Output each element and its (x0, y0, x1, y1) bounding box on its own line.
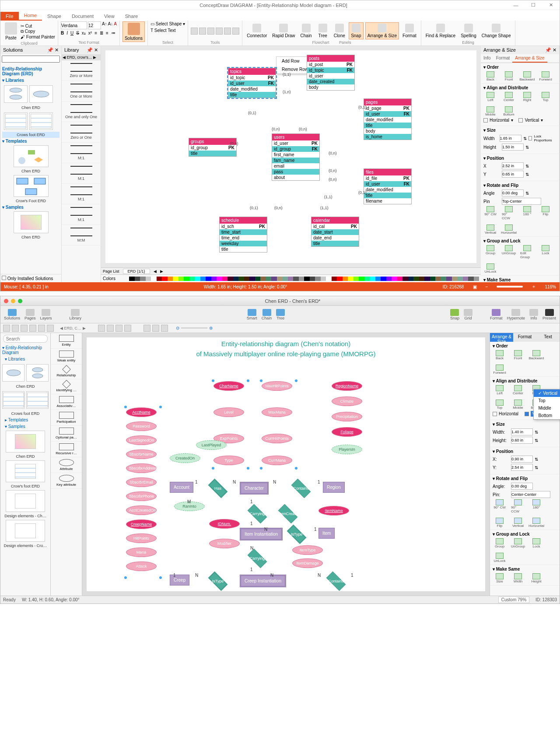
spelling-button[interactable]: Spelling (459, 23, 478, 39)
find-replace-button[interactable]: Find & Replace (424, 23, 457, 39)
thumb-de-crow[interactable] (6, 520, 45, 542)
ellipse-tool[interactable] (29, 325, 36, 332)
rotate-tool[interactable] (124, 325, 131, 332)
rotate-ccw-button[interactable]: 90° CCW (502, 206, 516, 220)
library-item[interactable]: Participation (51, 410, 82, 426)
close-button[interactable] (4, 299, 8, 303)
color-swatch[interactable] (195, 277, 200, 281)
chain-button[interactable]: Chain (299, 23, 314, 39)
strikethrough-button[interactable]: S (76, 31, 79, 35)
rp-align-head[interactable]: ▾ Align and Distribute (483, 85, 556, 90)
height-input[interactable] (511, 437, 533, 444)
attribute[interactable]: Password (126, 421, 157, 431)
cut-button[interactable]: ✂ Cut (21, 24, 55, 28)
relationship-carrying[interactable]: Carrying (244, 507, 270, 520)
relationship-istype2[interactable]: IsType (205, 575, 231, 588)
color-swatch[interactable] (381, 277, 386, 281)
color-swatch[interactable] (200, 277, 206, 281)
zoom-out-icon[interactable]: ⊖ (176, 326, 179, 330)
color-swatch[interactable] (288, 277, 294, 281)
selection-handle[interactable] (159, 576, 162, 579)
table-row[interactable]: title (364, 123, 411, 128)
table-row[interactable]: date_modified (228, 86, 276, 92)
color-swatch[interactable] (474, 277, 480, 281)
attribute[interactable]: HitPoints (126, 533, 157, 543)
color-swatch[interactable] (419, 277, 425, 281)
attribute[interactable]: CurrHitPoints (262, 434, 292, 443)
attribute[interactable]: AcctCreatedOn (126, 505, 157, 515)
table-row[interactable]: id_postPK (307, 62, 354, 67)
color-swatch[interactable] (452, 277, 458, 281)
tb-layers[interactable]: Layers (40, 309, 52, 320)
thumb-de-chen[interactable] (6, 490, 45, 512)
library-item[interactable]: M:1 (62, 204, 101, 225)
rot-cw[interactable]: 90° CW (493, 499, 507, 513)
flip-horiz-button[interactable]: Horizontal (502, 224, 516, 235)
table-row[interactable]: body (307, 84, 354, 90)
entity-creep[interactable]: Creep (170, 575, 189, 586)
tb-present[interactable]: Present (542, 309, 556, 320)
pin-icon[interactable]: 📌 ✕ (47, 47, 59, 53)
attribute[interactable]: ItemType (292, 545, 323, 555)
table-row[interactable]: title (228, 92, 276, 98)
fit-icon[interactable]: ▣ (473, 284, 477, 289)
page-nav-next[interactable]: ▶ (160, 269, 163, 274)
color-swatch[interactable] (189, 277, 195, 281)
pin-icon[interactable]: 📌 ✕ (87, 47, 98, 53)
color-swatch[interactable] (424, 277, 430, 281)
connector-button[interactable]: Connector (245, 23, 269, 39)
er-table-pages[interactable]: pagesid_pagePKid_userFKdate_modifiedtitl… (364, 98, 412, 140)
flip-vert-button[interactable]: Vertical (483, 224, 497, 235)
rp-rotate-head[interactable]: ▾ Rotate and Flip (493, 476, 557, 481)
table-row[interactable]: time_start (220, 229, 267, 235)
library-item[interactable]: Identifying … (51, 379, 82, 394)
color-swatch[interactable] (463, 277, 469, 281)
rp-group-head[interactable]: ▾ Group and Lock (493, 532, 557, 537)
color-swatch[interactable] (244, 277, 250, 281)
selection-handle[interactable] (260, 467, 262, 470)
relationship-has[interactable]: Has (205, 482, 231, 495)
unlock-button[interactable]: UnLock (483, 263, 497, 274)
angle-input[interactable] (511, 483, 533, 490)
format-painter-button[interactable]: 🖌 Format Painter (21, 35, 55, 39)
color-swatch[interactable] (173, 277, 178, 281)
table-row[interactable]: id_userFK (228, 81, 276, 86)
canvas[interactable]: Entity-relationship diagram (Chen's nota… (87, 337, 485, 591)
color-swatch[interactable] (178, 277, 184, 281)
ungroup-tool[interactable] (107, 325, 114, 332)
color-swatch[interactable] (293, 277, 299, 281)
page-nav-prev[interactable]: ◀ (154, 269, 157, 274)
solutions-search[interactable] (3, 335, 48, 343)
selection-handle[interactable] (247, 379, 249, 382)
rapid-draw-button[interactable]: Rapid Draw (270, 23, 297, 39)
order-forward-button[interactable]: Forward (539, 71, 553, 81)
tree-templates[interactable]: ▸ Templates (0, 417, 50, 423)
zoom-button[interactable] (18, 299, 22, 303)
tb-solutions[interactable]: Solutions (4, 309, 20, 320)
dist-horiz-check[interactable] (483, 118, 488, 123)
select-text-button[interactable]: T Select Text (150, 28, 175, 33)
rp-tab-format[interactable]: Format (494, 54, 513, 63)
color-swatch[interactable] (435, 277, 441, 281)
pin-select[interactable] (511, 491, 550, 498)
attribute[interactable]: Precipitation (332, 412, 362, 421)
color-swatch[interactable] (162, 277, 168, 281)
rp-size-head[interactable]: ▾ Size (493, 422, 557, 427)
library-item[interactable]: Key attribute (51, 473, 82, 489)
attribute[interactable]: Level (214, 407, 244, 417)
relationship-contains2[interactable]: Contains (323, 575, 349, 588)
al-top[interactable]: Top (493, 400, 507, 410)
table-row[interactable]: first_name (272, 152, 319, 158)
rp-tab-arrange[interactable]: Arrange & Size (490, 333, 513, 342)
color-swatch[interactable] (430, 277, 436, 281)
color-swatch[interactable] (249, 277, 255, 281)
table-row[interactable]: title (312, 241, 359, 246)
table-row[interactable]: id_userFK (364, 111, 411, 117)
table-row[interactable]: id_userFK (364, 181, 411, 187)
flip-button[interactable]: Flip (539, 206, 553, 220)
align-top-button[interactable]: Top (539, 92, 553, 102)
height-input[interactable] (502, 144, 524, 151)
tb-info[interactable]: Info (529, 309, 538, 320)
rp-same-head[interactable]: ▾ Make Same (493, 567, 557, 572)
align-right-button[interactable]: Right (520, 92, 534, 102)
